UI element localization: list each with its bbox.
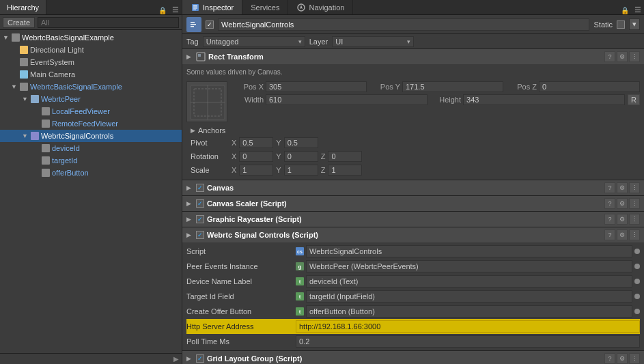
- hierarchy-expand-icon[interactable]: ▶: [173, 355, 179, 363]
- hierarchy-menu-icon[interactable]: ☰: [169, 5, 182, 14]
- canvas-header[interactable]: ▶ ✓ Canvas ? ⚙ ⋮: [182, 180, 644, 195]
- inspector-tab-icon: [191, 3, 200, 12]
- search-input[interactable]: [38, 17, 179, 28]
- canvas-scaler-checkbox[interactable]: ✓: [196, 199, 204, 208]
- tree-icon-9: [41, 143, 51, 153]
- static-dropdown[interactable]: ▾: [629, 18, 640, 30]
- rot-y-input[interactable]: [284, 151, 318, 162]
- grid-layout-settings-btn[interactable]: ⚙: [617, 353, 628, 364]
- rect-transform-reference-btn[interactable]: ?: [604, 51, 615, 62]
- tree-icon-5: [30, 94, 40, 104]
- tree-icon-0: [11, 33, 20, 42]
- pos-x-input[interactable]: [266, 81, 367, 92]
- graphic-raycaster-checkbox[interactable]: ✓: [196, 215, 204, 223]
- pivot-y-input[interactable]: [284, 137, 318, 148]
- static-label: Static: [593, 20, 613, 29]
- tree-item-offer-button[interactable]: offerButton: [0, 167, 182, 179]
- width-label: Width: [233, 96, 264, 104]
- tree-item-target-id[interactable]: targetId: [0, 154, 182, 167]
- tree-item-local-feed[interactable]: LocalFeedViewer: [0, 105, 182, 117]
- tree-item-event-system[interactable]: EventSystem: [0, 56, 182, 68]
- anchors-row[interactable]: ▶ Anchors: [186, 125, 640, 136]
- graphic-raycaster-overflow-btn[interactable]: ⋮: [629, 214, 640, 225]
- navigation-tab[interactable]: Navigation: [288, 0, 353, 14]
- layer-dropdown[interactable]: UI ▾: [332, 36, 414, 47]
- tree-item-main-camera[interactable]: Main Camera: [0, 68, 182, 81]
- canvas-title: Canvas: [207, 184, 602, 192]
- canvas-settings-btn[interactable]: ⚙: [617, 182, 628, 193]
- wsc-http-text[interactable]: http://192.168.1.66:3000: [296, 320, 640, 333]
- canvas-scaler-overflow-btn[interactable]: ⋮: [629, 198, 640, 209]
- inspector-menu-icon[interactable]: ☰: [632, 5, 644, 14]
- tree-item-webrtc-basic-root[interactable]: ▼ WebrtcBasicSignalExample: [0, 31, 182, 44]
- graphic-raycaster-header[interactable]: ▶ ✓ Graphic Raycaster (Script) ? ⚙ ⋮: [182, 212, 644, 227]
- scale-x-label: X: [232, 166, 236, 174]
- webrtc-signal-header[interactable]: ▶ ✓ Webrtc Signal Controls (Script) ? ⚙ …: [182, 227, 644, 242]
- graphic-raycaster-ref-btn[interactable]: ?: [604, 214, 615, 225]
- webrtc-signal-ref-btn[interactable]: ?: [604, 229, 615, 240]
- pivot-label: Pivot: [191, 139, 232, 147]
- wsc-poll-text[interactable]: 0.2: [296, 335, 640, 348]
- services-tab[interactable]: Services: [242, 0, 288, 14]
- webrtc-signal-body: Script cs WebrtcSignalControls Peer Even…: [182, 242, 644, 350]
- canvas-scaler-header[interactable]: ▶ ✓ Canvas Scaler (Script) ? ⚙ ⋮: [182, 196, 644, 211]
- grid-layout-ref-btn[interactable]: ?: [604, 353, 615, 364]
- grid-layout-overflow-btn[interactable]: ⋮: [629, 353, 640, 364]
- object-enabled-checkbox[interactable]: ✓: [206, 20, 214, 29]
- webrtc-signal-settings-btn[interactable]: ⚙: [617, 229, 628, 240]
- rot-x-input[interactable]: [239, 151, 273, 162]
- canvas-scaler-ref-btn[interactable]: ?: [604, 198, 615, 209]
- svg-rect-1: [193, 5, 197, 7]
- canvas-scaler-settings-btn[interactable]: ⚙: [617, 198, 628, 209]
- rect-transform-overflow-btn[interactable]: ⋮: [629, 51, 640, 62]
- wsc-peer-text[interactable]: WebrtcPeer (WebrtcPeerEvents): [306, 260, 632, 272]
- tree-item-webrtc-basic-child[interactable]: ▼ WebrtcBasicSignalExample: [0, 81, 182, 93]
- wsc-target-text[interactable]: targetId (InputField): [306, 290, 632, 303]
- scale-z-input[interactable]: [328, 165, 362, 176]
- tree-item-remote-feed[interactable]: RemoteFeedViewer: [0, 117, 182, 130]
- pos-y-input[interactable]: [402, 81, 503, 92]
- tree-item-webrtc-signal[interactable]: ▼ WebrtcSignalControls: [0, 130, 182, 142]
- tag-value-text: Untagged: [206, 38, 239, 46]
- static-checkbox[interactable]: [617, 20, 625, 29]
- tree-item-webrtc-peer[interactable]: ▼ WebrtcPeer: [0, 93, 182, 105]
- tag-dropdown[interactable]: Untagged ▾: [203, 36, 305, 47]
- wsc-peer-value: g WebrtcPeer (WebrtcPeerEvents): [296, 260, 640, 272]
- canvas-checkbox[interactable]: ✓: [196, 184, 204, 192]
- wsc-http-value: http://192.168.1.66:3000: [296, 320, 640, 333]
- pos-z-input[interactable]: [539, 81, 640, 92]
- scale-row: Scale X Y Z: [186, 163, 640, 177]
- tree-item-device-id[interactable]: deviceId: [0, 142, 182, 154]
- inspector-tab[interactable]: Inspector: [182, 0, 242, 14]
- scale-x-input[interactable]: [239, 165, 273, 176]
- hierarchy-tab[interactable]: Hierarchy: [0, 0, 46, 14]
- grid-layout-header[interactable]: ▶ ✓ Grid Layout Group (Script) ? ⚙ ⋮: [182, 351, 644, 364]
- webrtc-signal-checkbox[interactable]: ✓: [196, 231, 204, 239]
- canvas-overflow-btn[interactable]: ⋮: [629, 182, 640, 193]
- rot-z-input[interactable]: [328, 151, 362, 162]
- pivot-row: Pivot X Y: [186, 136, 640, 150]
- rect-transform-settings-btn[interactable]: ⚙: [617, 51, 628, 62]
- script-cs-icon: cs: [296, 247, 304, 255]
- reset-button[interactable]: R: [628, 94, 640, 105]
- webrtc-signal-overflow-btn[interactable]: ⋮: [629, 229, 640, 240]
- scale-y-input[interactable]: [284, 165, 318, 176]
- rt-height-group: Height: [430, 94, 625, 105]
- canvas-ref-btn[interactable]: ?: [604, 182, 615, 193]
- create-button[interactable]: Create: [3, 17, 35, 28]
- pivot-x-input[interactable]: [239, 137, 273, 148]
- wsc-device-text[interactable]: deviceId (Text): [306, 275, 632, 288]
- tag-label: Tag: [186, 38, 199, 46]
- height-input[interactable]: [463, 94, 625, 105]
- graphic-raycaster-settings-btn[interactable]: ⚙: [617, 214, 628, 225]
- device-side-circle: [634, 279, 640, 284]
- rect-transform-body: Some values driven by Canvas.: [182, 64, 644, 180]
- tree-item-directional-light[interactable]: Directional Light: [0, 44, 182, 56]
- wsc-device-row: Device Name Label t deviceId (Text): [186, 274, 640, 289]
- width-input[interactable]: [266, 94, 428, 105]
- rect-transform-header[interactable]: ▶ Rect Transform ? ⚙ ⋮: [182, 49, 644, 64]
- wsc-script-text[interactable]: WebrtcSignalControls: [306, 245, 632, 257]
- wsc-offer-text[interactable]: offerButton (Button): [306, 305, 632, 318]
- object-name-field[interactable]: [218, 18, 589, 31]
- grid-layout-checkbox[interactable]: ✓: [196, 354, 204, 363]
